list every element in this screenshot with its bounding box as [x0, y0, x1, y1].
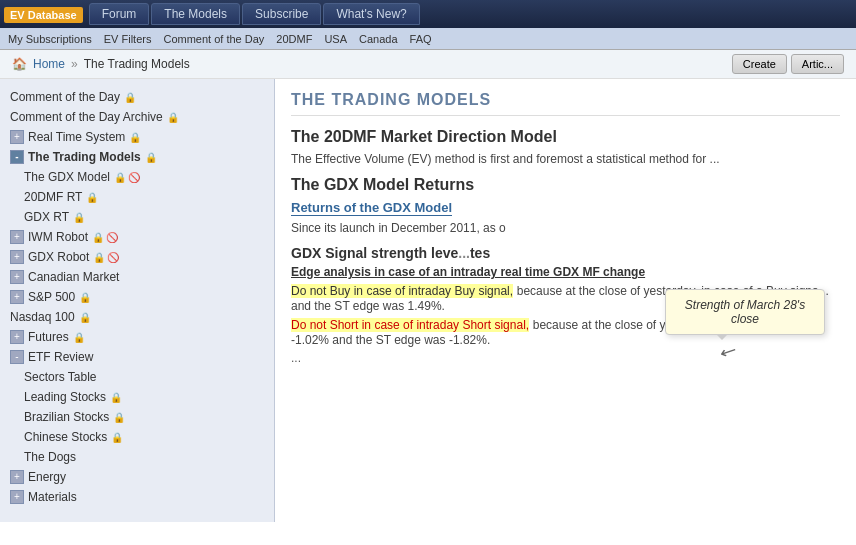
lock-icon-5: 🔒	[86, 192, 98, 203]
energy-label: Energy	[28, 470, 66, 484]
nav-comment-of-day[interactable]: Comment of the Day	[163, 33, 264, 45]
expand-icon-energy: +	[10, 470, 24, 484]
iwm-icon: 🚫	[106, 232, 118, 243]
gdx-robot-icon: 🚫	[107, 252, 119, 263]
lock-icon-6: 🔒	[73, 212, 85, 223]
breadcrumb: 🏠 Home » The Trading Models	[12, 57, 732, 71]
section2-text: Since its launch in December 2011, as o	[291, 221, 840, 235]
futures-label: Futures	[28, 330, 69, 344]
expand-icon-iwm: +	[10, 230, 24, 244]
nav-forum[interactable]: Forum	[89, 3, 150, 25]
returns-link[interactable]: Returns of the GDX Model	[291, 200, 452, 216]
signal-title: GDX Signal strength leve...tes	[291, 245, 840, 261]
nav-whatsnew[interactable]: What's New?	[323, 3, 419, 25]
gdx-rt-label: GDX RT	[24, 210, 69, 224]
section2-title: The GDX Model Returns	[291, 176, 840, 194]
sidebar-item-20dmf-rt[interactable]: 20DMF RT 🔒	[4, 187, 270, 207]
the-dogs-label: The Dogs	[24, 450, 76, 464]
create-button[interactable]: Create	[732, 54, 787, 74]
gdx-robot-label: GDX Robot	[28, 250, 89, 264]
sidebar-item-gdx-rt[interactable]: GDX RT 🔒	[4, 207, 270, 227]
nav-models[interactable]: The Models	[151, 3, 240, 25]
lock-icon-3: 🔒	[145, 152, 157, 163]
sidebar-item-leading-stocks[interactable]: Leading Stocks 🔒	[4, 387, 270, 407]
expand-icon-sp500: +	[10, 290, 24, 304]
nasdaq-label: Nasdaq 100	[10, 310, 75, 324]
top-navigation: EV Database Forum The Models Subscribe W…	[0, 0, 856, 28]
brazilian-stocks-label: Brazilian Stocks	[24, 410, 109, 424]
expand-icon-real-time: +	[10, 130, 24, 144]
nav-canada[interactable]: Canada	[359, 33, 398, 45]
expand-icon-canadian: +	[10, 270, 24, 284]
lock-icon-7: 🔒	[92, 232, 104, 243]
section1-text: The Effective Volume (EV) method is firs…	[291, 152, 840, 166]
sidebar-item-comment-archive[interactable]: Comment of the Day Archive 🔒	[4, 107, 270, 127]
nav-ev-filters[interactable]: EV Filters	[104, 33, 152, 45]
real-time-label: Real Time System	[28, 130, 125, 144]
sidebar-item-etf-review[interactable]: - ETF Review	[4, 347, 270, 367]
callout-tooltip: Strength of March 28's close ↙	[665, 289, 825, 335]
signal-title-dots: ...	[458, 245, 470, 261]
expand-icon-materials: +	[10, 490, 24, 504]
ellipsis-text: ...	[291, 351, 840, 365]
lock-icon-4: 🔒	[114, 172, 126, 183]
sidebar-item-energy[interactable]: + Energy	[4, 467, 270, 487]
sidebar-item-brazilian-stocks[interactable]: Brazilian Stocks 🔒	[4, 407, 270, 427]
gdx-icon: 🚫	[128, 172, 140, 183]
nav-subscribe[interactable]: Subscribe	[242, 3, 321, 25]
signal-title-text: GDX Signal strength leve	[291, 245, 458, 261]
main-content: THE TRADING MODELS The 20DMF Market Dire…	[275, 79, 856, 522]
sidebar-item-trading-models[interactable]: - The Trading Models 🔒	[4, 147, 270, 167]
etf-review-label: ETF Review	[28, 350, 93, 364]
lock-icon-12: 🔒	[73, 332, 85, 343]
20dmf-rt-label: 20DMF RT	[24, 190, 82, 204]
lock-icon-0: 🔒	[124, 92, 136, 103]
article-button[interactable]: Artic...	[791, 54, 844, 74]
sidebar-item-materials[interactable]: + Materials	[4, 487, 270, 507]
trading-models-label: The Trading Models	[28, 150, 141, 164]
logo-box[interactable]: EV Database	[4, 7, 83, 22]
sidebar-item-futures[interactable]: + Futures 🔒	[4, 327, 270, 347]
expand-icon-gdx-robot: +	[10, 250, 24, 264]
sidebar-item-sectors-table[interactable]: Sectors Table	[4, 367, 270, 387]
lock-icon-16: 🔒	[113, 412, 125, 423]
sidebar-item-gdx-model[interactable]: The GDX Model 🔒 🚫	[4, 167, 270, 187]
chinese-stocks-label: Chinese Stocks	[24, 430, 107, 444]
sp500-label: S&P 500	[28, 290, 75, 304]
canadian-market-label: Canadian Market	[28, 270, 119, 284]
signal-title-end: tes	[470, 245, 490, 261]
main-layout: Comment of the Day 🔒 Comment of the Day …	[0, 79, 856, 522]
sidebar-item-nasdaq[interactable]: Nasdaq 100 🔒	[4, 307, 270, 327]
leading-stocks-label: Leading Stocks	[24, 390, 106, 404]
breadcrumb-home-link[interactable]: Home	[33, 57, 65, 71]
sidebar-item-chinese-stocks[interactable]: Chinese Stocks 🔒	[4, 427, 270, 447]
sidebar-item-canadian-market[interactable]: + Canadian Market	[4, 267, 270, 287]
sidebar-item-real-time[interactable]: + Real Time System 🔒	[4, 127, 270, 147]
expand-icon-futures: +	[10, 330, 24, 344]
lock-icon-11: 🔒	[79, 312, 91, 323]
buy-highlight: Do not Buy in case of intraday Buy signa…	[291, 284, 513, 298]
edge-analysis-label: Edge analysis in case of an intraday rea…	[291, 265, 840, 279]
lock-icon-15: 🔒	[110, 392, 122, 403]
comment-of-day-label: Comment of the Day	[10, 90, 120, 104]
lock-icon-8: 🔒	[93, 252, 105, 263]
sidebar-item-sp500[interactable]: + S&P 500 🔒	[4, 287, 270, 307]
lock-icon-17: 🔒	[111, 432, 123, 443]
sidebar-item-the-dogs[interactable]: The Dogs	[4, 447, 270, 467]
secondary-navigation: My Subscriptions EV Filters Comment of t…	[0, 28, 856, 50]
sectors-table-label: Sectors Table	[24, 370, 97, 384]
home-icon: 🏠	[12, 57, 27, 71]
page-title: THE TRADING MODELS	[291, 91, 840, 116]
sidebar: Comment of the Day 🔒 Comment of the Day …	[0, 79, 275, 522]
nav-faq[interactable]: FAQ	[410, 33, 432, 45]
sidebar-item-comment-of-day[interactable]: Comment of the Day 🔒	[4, 87, 270, 107]
nav-20dmf[interactable]: 20DMF	[276, 33, 312, 45]
section1-title: The 20DMF Market Direction Model	[291, 128, 840, 146]
nav-usa[interactable]: USA	[324, 33, 347, 45]
callout-text: Strength of March 28's close	[685, 298, 805, 326]
materials-label: Materials	[28, 490, 77, 504]
iwm-robot-label: IWM Robot	[28, 230, 88, 244]
sidebar-item-gdx-robot[interactable]: + GDX Robot 🔒 🚫	[4, 247, 270, 267]
nav-my-subscriptions[interactable]: My Subscriptions	[8, 33, 92, 45]
sidebar-item-iwm-robot[interactable]: + IWM Robot 🔒 🚫	[4, 227, 270, 247]
